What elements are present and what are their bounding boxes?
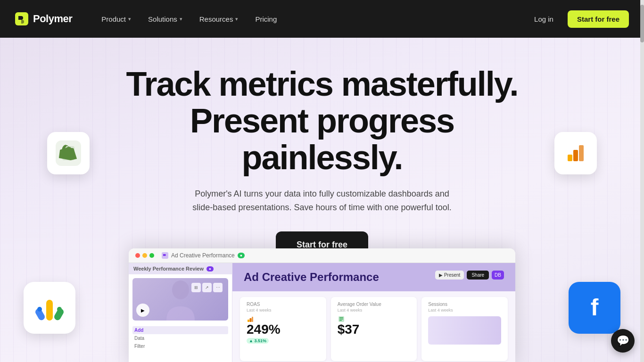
svg-text:f: f (591, 294, 599, 321)
svg-rect-5 (573, 150, 578, 161)
chat-icon: 💬 (617, 335, 629, 347)
svg-text:S: S (66, 148, 71, 158)
roas-label: ROAS (247, 302, 320, 307)
metric-aov: Average Order Value Last 4 weeks $37 (331, 297, 417, 361)
nav-product[interactable]: Product ▾ (95, 11, 138, 27)
nav-solutions[interactable]: Solutions ▾ (141, 11, 189, 27)
more-icon[interactable]: ⋯ (213, 283, 223, 292)
svg-rect-4 (568, 155, 572, 161)
window-controls (135, 253, 154, 258)
chevron-down-icon: ▾ (128, 16, 131, 22)
nav-links: Product ▾ Solutions ▾ Resources ▾ Pricin… (95, 11, 528, 27)
polymer-logo-icon (15, 12, 28, 25)
svg-rect-6 (579, 145, 584, 161)
svg-rect-21 (339, 320, 342, 321)
svg-point-14 (172, 280, 189, 299)
dashboard-main-title: Ad Creative Performance (244, 271, 379, 284)
sessions-label: Sessions (428, 302, 501, 307)
start-for-free-nav-button[interactable]: Start for free (568, 10, 629, 28)
video-controls: ⊞ ↗ ⋯ (188, 281, 226, 294)
dashboard-content: Weekly Performance Review ● ▶ ⊞ ↗ (129, 263, 515, 362)
dashboard-sidebar: Weekly Performance Review ● ▶ ⊞ ↗ (129, 263, 232, 362)
scrollbar-thumb[interactable] (640, 5, 644, 42)
polymer-tab-icon (162, 252, 168, 259)
login-button[interactable]: Log in (528, 11, 560, 27)
dashboard-controls: ▶ Present Share DB (435, 271, 504, 280)
db-button[interactable]: DB (492, 271, 504, 280)
shopify-icon: S (47, 132, 90, 174)
metrics-row: ROAS Last 4 weeks 249% ▲ 3. (232, 291, 515, 362)
google-analytics-icon (554, 132, 597, 174)
share-icon[interactable]: ↗ (202, 283, 212, 292)
panel-title: Weekly Performance Review ● (129, 263, 232, 274)
share-button[interactable]: Share (467, 271, 489, 280)
aov-value: $37 (338, 323, 411, 336)
present-button[interactable]: ▶ Present (435, 271, 464, 280)
hero-section: S (0, 38, 644, 362)
close-dot (135, 253, 140, 258)
svg-rect-8 (46, 300, 53, 321)
sessions-sublabel: Last 4 weeks (428, 308, 501, 313)
facebook-icon: f (569, 282, 620, 334)
fullscreen-icon[interactable]: ⊞ (191, 283, 201, 292)
navbar: Polymer Product ▾ Solutions ▾ Resources … (0, 0, 644, 38)
sidebar-item-data[interactable]: Data (132, 334, 228, 342)
sidebar-item-add[interactable]: Add (132, 326, 228, 334)
logo-text: Polymer (33, 13, 72, 25)
svg-rect-17 (252, 317, 253, 322)
dashboard-preview: Ad Creative Performance ● Weekly Perform… (129, 248, 515, 362)
chevron-down-icon: ▾ (235, 16, 238, 22)
video-thumbnail[interactable]: ▶ ⊞ ↗ ⋯ (132, 278, 228, 321)
svg-point-11 (57, 307, 62, 312)
svg-rect-16 (250, 318, 252, 322)
aov-sublabel: Last 4 weeks (338, 308, 411, 313)
dashboard-header: Ad Creative Performance ▶ Present Share … (232, 263, 515, 291)
nav-resources[interactable]: Resources ▾ (193, 11, 245, 27)
svg-point-10 (37, 307, 42, 312)
chat-bubble-button[interactable]: 💬 (611, 329, 635, 353)
dashboard-metrics: Ad Creative Performance ▶ Present Share … (232, 263, 515, 362)
nav-right: Log in Start for free (528, 10, 629, 28)
tab-live-badge: ● (238, 253, 245, 258)
roas-sublabel: Last 4 weeks (247, 308, 320, 313)
logo[interactable]: Polymer (15, 12, 72, 25)
roas-change-badge: ▲ 3.51% (247, 338, 269, 344)
chevron-down-icon: ▾ (180, 16, 182, 22)
roas-value: 249% (247, 323, 320, 336)
page-scrollbar[interactable] (640, 0, 644, 362)
play-button[interactable]: ▶ (136, 304, 149, 317)
nav-pricing[interactable]: Pricing (248, 11, 283, 27)
dashboard-tab[interactable]: Ad Creative Performance ● (162, 252, 245, 259)
hero-title: Track metrics masterfully. Present progr… (110, 66, 534, 176)
google-ads-icon (24, 282, 75, 334)
roas-change: ▲ 3.51% (247, 338, 320, 344)
panel-badge: ● (206, 266, 214, 272)
minimize-dot (142, 253, 147, 258)
svg-rect-19 (339, 317, 343, 318)
hero-subtitle: Polymer's AI turns your data into fully … (185, 187, 459, 214)
sidebar-item-filter[interactable]: Filter (132, 342, 228, 350)
dashboard-tabbar: Ad Creative Performance ● (129, 248, 515, 263)
sidebar-nav: Add Data Filter (129, 324, 232, 352)
maximize-dot (149, 253, 154, 258)
metric-sessions: Sessions Last 4 weeks (421, 297, 508, 361)
svg-rect-20 (339, 319, 343, 320)
metric-roas: ROAS Last 4 weeks 249% ▲ 3. (240, 297, 326, 361)
aov-label: Average Order Value (338, 302, 411, 307)
